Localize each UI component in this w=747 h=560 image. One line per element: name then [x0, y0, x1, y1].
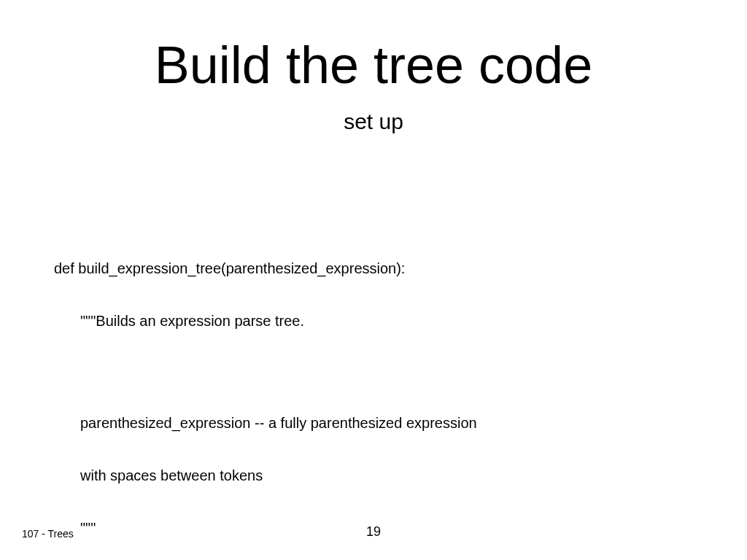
slide: Build the tree code set up def build_exp… — [0, 0, 747, 560]
page-number: 19 — [0, 524, 747, 540]
code-line: def build_expression_tree(parenthesized_… — [54, 260, 477, 277]
code-line: with spaces between tokens — [54, 467, 477, 484]
slide-title: Build the tree code — [0, 35, 747, 95]
code-line: parenthesized_expression -- a fully pare… — [54, 414, 477, 432]
code-block: def build_expression_tree(parenthesized_… — [54, 225, 477, 560]
blank-line — [54, 365, 477, 379]
code-line: """Builds an expression parse tree. — [54, 312, 477, 330]
slide-subtitle: set up — [0, 109, 747, 134]
